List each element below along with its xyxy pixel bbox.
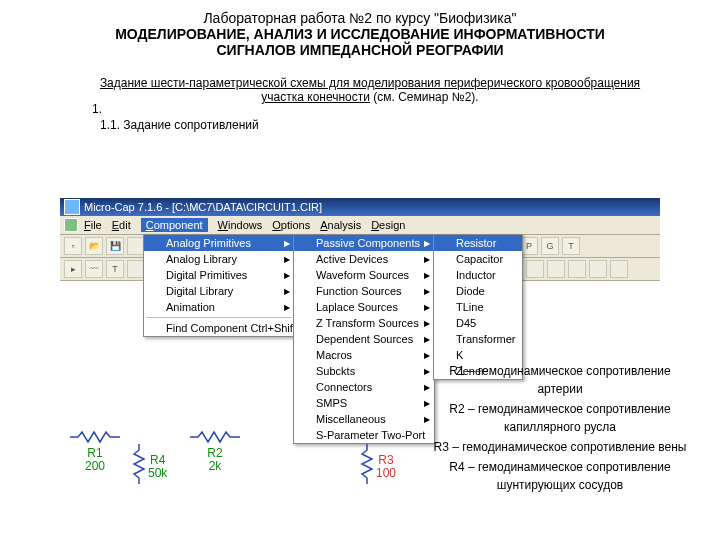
- task-number: 1.: [92, 102, 102, 116]
- tool-text-icon[interactable]: T: [106, 260, 124, 278]
- r1-label: R1200: [70, 447, 120, 473]
- title-line-3: СИГНАЛОВ ИМПЕДАНСНОЙ РЕОГРАФИИ: [0, 42, 720, 58]
- menu-item-analog-library[interactable]: Analog Library▶: [144, 251, 294, 267]
- menu-file[interactable]: File: [84, 219, 102, 231]
- menu-item-diode[interactable]: Diode: [434, 283, 522, 299]
- tool-pointer-icon[interactable]: ▸: [64, 260, 82, 278]
- passive-components-submenu: Resistor Capacitor Inductor Diode TLine …: [433, 234, 523, 380]
- menu-item-connectors[interactable]: Connectors▶: [294, 379, 434, 395]
- r1-description: R1 – гемодинамическое сопротивление арте…: [430, 362, 690, 398]
- tool-btn[interactable]: [547, 260, 565, 278]
- menu-item-tline[interactable]: TLine: [434, 299, 522, 315]
- menu-item-active-devices[interactable]: Active Devices▶: [294, 251, 434, 267]
- menu-item-macros[interactable]: Macros▶: [294, 347, 434, 363]
- resistor-r2: R22k: [190, 430, 240, 473]
- menu-edit[interactable]: Edit: [112, 219, 131, 231]
- document-title: Лабораторная работа №2 по курсу "Биофизи…: [0, 10, 720, 58]
- r3-label: R3100: [376, 454, 396, 480]
- analog-primitives-submenu: Passive Components▶ Active Devices▶ Wave…: [293, 234, 435, 444]
- r3-description: R3 – гемодинамическое сопротивление вены: [430, 438, 690, 456]
- menu-item-inductor[interactable]: Inductor: [434, 267, 522, 283]
- menu-item-animation[interactable]: Animation▶: [144, 299, 294, 315]
- menu-options[interactable]: Options: [272, 219, 310, 231]
- menu-item-digital-primitives[interactable]: Digital Primitives▶: [144, 267, 294, 283]
- menu-item-dependent-sources[interactable]: Dependent Sources▶: [294, 331, 434, 347]
- menu-item-subckts[interactable]: Subckts▶: [294, 363, 434, 379]
- r4-description: R4 – гемодинамическое сопротивление шунт…: [430, 458, 690, 494]
- menu-item-waveform-sources[interactable]: Waveform Sources▶: [294, 267, 434, 283]
- menu-item-laplace-sources[interactable]: Laplace Sources▶: [294, 299, 434, 315]
- tool-save-icon[interactable]: 💾: [106, 237, 124, 255]
- menu-analysis[interactable]: Analysis: [320, 219, 361, 231]
- resistor-r1: R1200: [70, 430, 120, 473]
- menu-item-z-transform-sources[interactable]: Z Transform Sources▶: [294, 315, 434, 331]
- title-line-1: Лабораторная работа №2 по курсу "Биофизи…: [0, 10, 720, 26]
- menu-item-d45[interactable]: D45: [434, 315, 522, 331]
- title-line-2: МОДЕЛИРОВАНИЕ, АНАЛИЗ И ИССЛЕДОВАНИЕ ИНФ…: [0, 26, 720, 42]
- menu-item-passive-components[interactable]: Passive Components▶: [294, 235, 434, 251]
- menu-item-digital-library[interactable]: Digital Library▶: [144, 283, 294, 299]
- window-title: Micro-Cap 7.1.6 - [C:\MC7\DATA\CIRCUIT1.…: [84, 201, 322, 213]
- menu-component[interactable]: Component: [141, 218, 208, 232]
- menu-item-smps[interactable]: SMPS▶: [294, 395, 434, 411]
- menu-item-capacitor[interactable]: Capacitor: [434, 251, 522, 267]
- resistor-h-icon: [190, 430, 240, 444]
- tool-open-icon[interactable]: 📂: [85, 237, 103, 255]
- resistor-v-icon: [132, 444, 146, 484]
- menu-design[interactable]: Design: [371, 219, 405, 231]
- app-window: Micro-Cap 7.1.6 - [C:\MC7\DATA\CIRCUIT1.…: [60, 198, 660, 281]
- component-menu: Analog Primitives▶ Analog Library▶ Digit…: [143, 234, 295, 337]
- menu-item-transformer[interactable]: Transformer: [434, 331, 522, 347]
- tool-letter-g[interactable]: G: [541, 237, 559, 255]
- resistor-v-icon: [360, 444, 374, 484]
- menu-windows[interactable]: Windows: [218, 219, 263, 231]
- menu-item-miscellaneous[interactable]: Miscellaneous▶: [294, 411, 434, 427]
- r4-label: R450k: [148, 454, 167, 480]
- tool-btn[interactable]: [589, 260, 607, 278]
- tool-btn[interactable]: [568, 260, 586, 278]
- menu-item-function-sources[interactable]: Function Sources▶: [294, 283, 434, 299]
- subtask-text: 1.1. Задание сопротивлений: [100, 118, 720, 132]
- resistor-h-icon: [70, 430, 120, 444]
- menu-item-resistor[interactable]: Resistor: [434, 235, 522, 251]
- task-text: Задание шести-параметрической схемы для …: [80, 76, 660, 104]
- r2-label: R22k: [190, 447, 240, 473]
- task-tail: (см. Семинар №2).: [370, 90, 479, 104]
- tool-letter-t[interactable]: T: [562, 237, 580, 255]
- resistor-r3: R3100: [360, 444, 374, 487]
- resistor-descriptions: R1 – гемодинамическое сопротивление арте…: [430, 360, 690, 496]
- app-icon: [64, 199, 80, 215]
- doc-icon: [64, 218, 78, 232]
- menu-bar: File Edit Component Windows Options Anal…: [60, 216, 660, 235]
- menu-item-analog-primitives[interactable]: Analog Primitives▶: [144, 235, 294, 251]
- resistor-r4: R450k: [132, 444, 146, 487]
- menu-item-s-parameter[interactable]: S-Parameter Two-Port: [294, 427, 434, 443]
- r2-description: R2 – гемодинамическое сопротивление капи…: [430, 400, 690, 436]
- title-bar: Micro-Cap 7.1.6 - [C:\MC7\DATA\CIRCUIT1.…: [60, 198, 660, 216]
- menu-separator: [146, 317, 292, 318]
- tool-btn[interactable]: [610, 260, 628, 278]
- menu-item-find-component[interactable]: Find Component Ctrl+Shift+F: [144, 320, 294, 336]
- tool-new-icon[interactable]: ▫: [64, 237, 82, 255]
- tool-resistor-icon[interactable]: 〰: [85, 260, 103, 278]
- tool-btn[interactable]: [526, 260, 544, 278]
